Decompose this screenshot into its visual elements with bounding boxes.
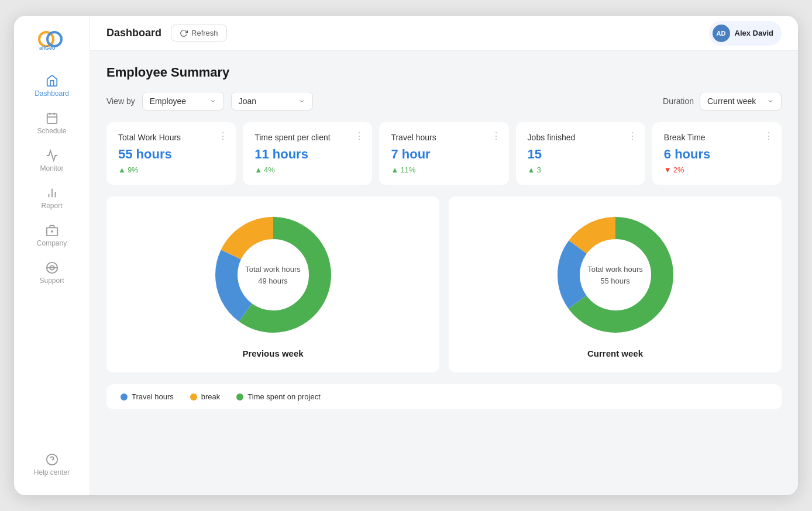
stat-cards: ⋮ Total Work Hours 55 hours ▲9% ⋮ Time s… (106, 122, 782, 185)
employee-value: Joan (239, 96, 256, 106)
page-title: Dashboard (106, 27, 161, 39)
stat-card-time-per-client: ⋮ Time spent per client 11 hours ▲4% (243, 122, 372, 185)
chart-title-previous: Previous week (242, 348, 303, 358)
employee-dropdown[interactable]: Joan (231, 92, 313, 111)
user-name: Alex David (735, 29, 773, 37)
chevron-down-icon-2 (298, 98, 305, 105)
dashboard-area: Employee Summary View by Employee Joan D… (90, 51, 798, 495)
donut-curr-line2: 55 hours (587, 275, 643, 286)
section-title: Employee Summary (106, 65, 782, 80)
sidebar-label-monitor: Monitor (40, 164, 63, 172)
charts-row: Total work hours 49 hours Previous week (106, 196, 782, 372)
duration-group: Duration Current week (663, 92, 782, 111)
chart-previous-week: Total work hours 49 hours Previous week (106, 196, 439, 372)
chart-title-current: Current week (587, 348, 643, 358)
sidebar-label-help: Help center (34, 468, 70, 477)
legend-dot-break (190, 393, 197, 400)
legend-label-project: Time spent on project (247, 392, 321, 401)
stat-title-4: Jobs finished (528, 133, 634, 142)
stat-title-3: Travel hours (391, 133, 497, 142)
legend-dot-project (236, 393, 243, 400)
stat-title-2: Time spent per client (254, 133, 360, 142)
user-badge: AD Alex David (709, 21, 782, 46)
svg-rect-3 (47, 114, 57, 124)
donut-curr-line1: Total work hours (587, 264, 643, 275)
sidebar-label-company: Company (37, 239, 67, 247)
card-menu-dots-1[interactable]: ⋮ (218, 130, 228, 141)
avatar: AD (713, 25, 730, 42)
sidebar-item-help[interactable]: Help center (14, 446, 90, 484)
view-by-label: View by (106, 96, 135, 106)
duration-label: Duration (663, 96, 694, 106)
stat-value-3: 7 hour (391, 147, 497, 162)
legend-travel: Travel hours (121, 392, 174, 401)
sidebar-item-company[interactable]: Company (14, 217, 90, 254)
legend-label-travel: Travel hours (132, 392, 174, 401)
chevron-down-icon (209, 98, 216, 105)
legend-row: Travel hours break Time spent on project (106, 384, 782, 409)
stat-title-5: Break Time (664, 133, 770, 142)
main-content: Dashboard Refresh AD Alex David Employee… (90, 16, 798, 495)
stat-value-4: 15 (528, 147, 634, 162)
stat-change-1: ▲9% (118, 165, 224, 174)
stat-value-2: 11 hours (254, 147, 360, 162)
card-menu-dots-5[interactable]: ⋮ (764, 130, 773, 141)
duration-dropdown[interactable]: Current week (700, 92, 782, 111)
chevron-down-icon-3 (767, 98, 774, 105)
sidebar-label-dashboard: Dashboard (35, 89, 69, 98)
stat-card-jobs-finished: ⋮ Jobs finished 15 ▲3 (516, 122, 645, 185)
view-by-dropdown[interactable]: Employee (142, 92, 224, 111)
legend-dot-travel (121, 393, 128, 400)
card-menu-dots-3[interactable]: ⋮ (491, 130, 501, 141)
sidebar-item-support[interactable]: Support (14, 254, 90, 292)
sidebar-label-report: Report (41, 202, 62, 210)
legend-project: Time spent on project (236, 392, 321, 401)
svg-text:allGeo: allGeo (39, 45, 56, 51)
stat-change-5: ▼2% (664, 165, 770, 174)
stat-value-1: 55 hours (118, 147, 224, 162)
refresh-button[interactable]: Refresh (171, 25, 227, 42)
card-menu-dots-2[interactable]: ⋮ (355, 130, 364, 141)
refresh-label: Refresh (191, 29, 218, 37)
stat-value-5: 6 hours (664, 147, 770, 162)
donut-prev-line1: Total work hours (245, 264, 301, 275)
sidebar-label-support: Support (39, 277, 64, 285)
sidebar: allGeo Dashboard Schedule Monitor (14, 16, 90, 495)
chart-current-week: Total work hours 55 hours Current week (449, 196, 782, 372)
header: Dashboard Refresh AD Alex David (90, 16, 798, 51)
stat-change-3: ▲11% (391, 165, 497, 174)
sidebar-item-report[interactable]: Report (14, 179, 90, 217)
user-initials: AD (717, 30, 726, 37)
logo: allGeo (37, 27, 67, 53)
stat-card-total-work-hours: ⋮ Total Work Hours 55 hours ▲9% (106, 122, 236, 185)
legend-break: break (190, 392, 221, 401)
stat-card-travel-hours: ⋮ Travel hours 7 hour ▲11% (379, 122, 508, 185)
sidebar-label-schedule: Schedule (37, 127, 66, 135)
stat-title-1: Total Work Hours (118, 133, 224, 142)
view-by-value: Employee (150, 96, 186, 106)
sidebar-item-schedule[interactable]: Schedule (14, 105, 90, 142)
card-menu-dots-4[interactable]: ⋮ (628, 130, 637, 141)
donut-previous: Total work hours 49 hours (209, 210, 338, 339)
donut-center-prev: Total work hours 49 hours (245, 264, 301, 286)
stat-change-2: ▲4% (254, 165, 360, 174)
view-by-row: View by Employee Joan Duration Current w… (106, 92, 782, 111)
donut-center-curr: Total work hours 55 hours (587, 264, 643, 286)
donut-current: Total work hours 55 hours (551, 210, 680, 339)
legend-label-break: break (201, 392, 221, 401)
sidebar-item-monitor[interactable]: Monitor (14, 142, 90, 179)
stat-card-break-time: ⋮ Break Time 6 hours ▼2% (652, 122, 782, 185)
sidebar-item-dashboard[interactable]: Dashboard (14, 67, 90, 105)
stat-change-4: ▲3 (528, 165, 634, 174)
donut-prev-line2: 49 hours (245, 275, 301, 286)
duration-value: Current week (707, 96, 756, 106)
